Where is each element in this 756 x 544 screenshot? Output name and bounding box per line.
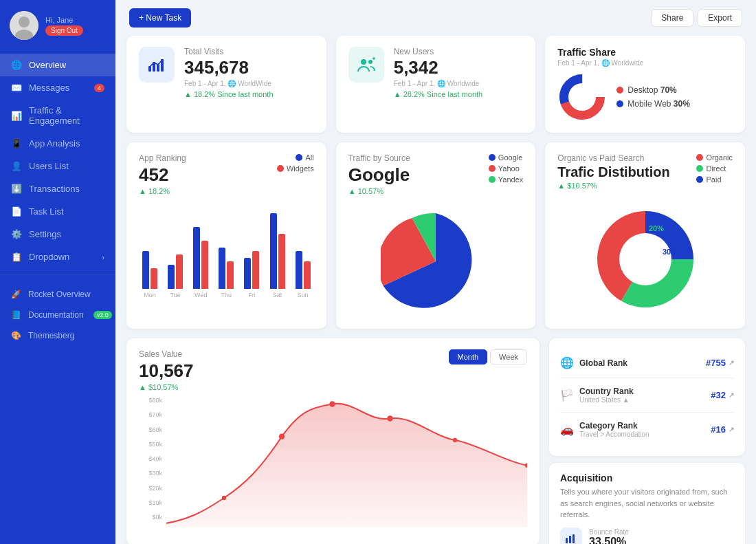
svg-rect-26 — [572, 534, 575, 543]
y-label-70k: $70k — [139, 411, 162, 418]
svg-point-21 — [222, 496, 226, 500]
svg-rect-24 — [566, 538, 568, 543]
new-users-date: Feb 1 - Apr 1, 🌐 Worldwide — [394, 80, 524, 87]
new-task-button[interactable]: + New Task — [129, 8, 191, 28]
organic-paid-legend: Organic Direct Paid — [696, 153, 733, 197]
dropdown-icon: 📋 — [11, 252, 22, 262]
sales-toggle: Month Week — [449, 349, 528, 365]
desktop-label: Desktop 70% — [627, 85, 676, 95]
sidebar-item-users-list[interactable]: 👤 Users List — [0, 155, 115, 177]
y-label-80k: $80k — [139, 397, 162, 404]
sidebar: Hi, Jane Sign Out 🌐 Overview ✉️ Messages… — [0, 0, 115, 544]
y-label-0k: $0k — [139, 514, 162, 521]
sidebar-item-settings[interactable]: ⚙️ Settings — [0, 223, 115, 246]
app-ranking-label: App Ranking — [139, 153, 186, 163]
sidebar-item-transactions[interactable]: ⬇️ Transactions — [0, 177, 115, 200]
bar-day-label: Tue — [164, 292, 186, 298]
bar-all — [193, 227, 200, 289]
total-visits-icon — [139, 47, 175, 83]
new-users-icon — [348, 47, 384, 83]
traffic-share-donut — [557, 72, 607, 122]
export-button[interactable]: Export — [698, 9, 742, 27]
organic-paid-donut-container: 50% 30% 20% — [557, 201, 733, 318]
bar-group — [241, 206, 263, 289]
month-toggle[interactable]: Month — [449, 349, 488, 365]
dashboard: Total Visits 345,678 Feb 1 - Apr 1, 🌐 Wo… — [115, 36, 756, 544]
sidebar-item-overview[interactable]: 🌐 Overview — [0, 54, 115, 76]
country-rank-item: 🏳️ Country Rank United States ▲ #32 ↗ — [560, 378, 734, 413]
y-label-60k: $60k — [139, 426, 162, 433]
bar-widgets — [227, 261, 234, 289]
svg-point-8 — [368, 60, 373, 64]
sales-value-card: Sales Value 10,567 $10.57% Month Week $0… — [126, 338, 540, 544]
mobile-dot — [616, 100, 623, 107]
country-rank-sub: United States ▲ — [579, 396, 634, 404]
signout-button[interactable]: Sign Out — [45, 25, 83, 36]
new-users-value: 5,342 — [394, 58, 524, 78]
bar-widgets — [151, 268, 157, 289]
share-button[interactable]: Share — [651, 9, 693, 27]
traffic-share-title: Traffic Share — [557, 47, 733, 58]
sidebar-item-app-analysis[interactable]: 📱 App Analysis — [0, 132, 115, 155]
sales-change: $10.57% — [139, 383, 194, 391]
organic-paid-card: Organic vs Paid Search Trafic Distibutio… — [545, 142, 745, 329]
sidebar-item-task-list[interactable]: 📄 Task List — [0, 200, 115, 223]
category-rank-label: Category Rank — [579, 421, 649, 431]
bar-all — [219, 248, 225, 289]
y-label-10k: $10k — [139, 499, 162, 506]
category-rank-sub: Travel > Accomodation — [579, 431, 649, 438]
transactions-icon: ⬇️ — [11, 184, 22, 194]
category-rank-arrow-icon: ↗ — [729, 426, 734, 433]
country-rank-value: #32 ↗ — [711, 390, 734, 400]
sidebar-item-docs[interactable]: 📘 Documentation v2.0 — [11, 305, 104, 325]
bar-chart-container: MonTueWedThuFriSatSun — [139, 206, 314, 298]
total-visits-value: 345,678 — [184, 58, 314, 78]
total-visits-label: Total Visits — [184, 47, 314, 56]
traffic-source-change: 10.57% — [348, 187, 410, 195]
traffic-icon: 📊 — [11, 111, 22, 121]
desktop-dot — [616, 87, 623, 94]
bar-widgets — [278, 234, 285, 289]
traffic-source-legend: Google Yahoo Yandex — [489, 153, 524, 202]
bounce-rate-metric: Bounce Rate 33.50% — [560, 527, 734, 545]
country-rank-icon: 🏳️ — [560, 389, 574, 402]
bar-all — [168, 265, 175, 289]
bar-group — [164, 206, 186, 289]
app-ranking-value: 452 — [139, 164, 186, 186]
bar-day-label: Wed — [190, 292, 212, 298]
sidebar-item-traffic[interactable]: 📊 Traffic & Engagement — [0, 99, 115, 132]
organic-paid-value: Trafic Distibution — [557, 164, 669, 180]
traffic-share-card: Traffic Share Feb 1 - Apr 1, 🌐 Worldwide — [545, 36, 745, 133]
acquisition-desc: Tells you where your visitors originated… — [560, 486, 734, 521]
bounce-rate-value: 33.50% — [589, 536, 629, 544]
bar-widgets — [304, 261, 311, 289]
sidebar-item-dropdown[interactable]: 📋 Dropdown › — [0, 246, 115, 268]
profile-text: Hi, Jane Sign Out — [45, 16, 83, 36]
svg-text:50%: 50% — [609, 270, 624, 278]
country-rank-label: Country Rank — [579, 387, 634, 396]
traffic-source-value: Google — [348, 164, 410, 186]
bar-day-label: Fri — [241, 292, 263, 298]
bar-chart-labels: MonTueWedThuFriSatSun — [139, 292, 314, 298]
y-label-50k: $50k — [139, 441, 162, 448]
global-rank-arrow-icon: ↗ — [729, 359, 734, 367]
y-label-30k: $30k — [139, 470, 162, 477]
sales-label: Sales Value — [139, 349, 194, 359]
stats-row: Total Visits 345,678 Feb 1 - Apr 1, 🌐 Wo… — [126, 36, 745, 133]
bar-widgets — [201, 241, 208, 289]
sidebar-item-themesberg[interactable]: 🎨 Themesberg — [11, 325, 104, 346]
week-toggle[interactable]: Week — [490, 349, 527, 365]
app-ranking-card: App Ranking 452 18.2% All Widgets MonTue… — [126, 142, 326, 329]
bar-chart — [139, 206, 314, 289]
new-users-change: 28.2% Since last month — [394, 90, 524, 98]
sidebar-item-rocket[interactable]: 🚀 Rocket Overview — [11, 284, 104, 305]
new-users-label: New Users — [394, 47, 524, 56]
bar-group — [190, 206, 212, 289]
sales-value: 10,567 — [139, 360, 194, 382]
sidebar-item-messages[interactable]: ✉️ Messages 4 — [0, 76, 115, 99]
organic-paid-label: Organic vs Paid Search — [557, 153, 669, 163]
area-chart-container: $0k $10k $20k $30k $40k $50k $60k $70k $… — [139, 397, 527, 534]
global-rank-icon: 🌐 — [560, 356, 574, 369]
themesberg-icon: 🎨 — [11, 331, 21, 340]
overview-icon: 🌐 — [11, 60, 22, 70]
